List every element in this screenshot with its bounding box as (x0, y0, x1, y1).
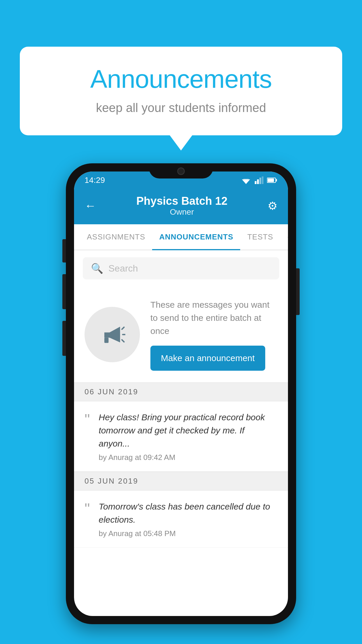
announcement-item-2[interactable]: " Tomorrow's class has been cancelled du… (74, 491, 288, 548)
gear-icon[interactable]: ⚙ (268, 200, 277, 212)
header-title: Physics Batch 12 (96, 195, 268, 207)
tab-more[interactable]: ··· (280, 224, 288, 250)
announcement-content-1: Hey class! Bring your practical record b… (99, 411, 277, 462)
bubble-title: Announcements (43, 64, 319, 94)
date-divider-1: 06 JUN 2019 (74, 382, 288, 401)
announce-description: These are messages you want to send to t… (150, 298, 277, 337)
tabs-bar: ASSIGNMENTS ANNOUNCEMENTS TESTS ··· (74, 224, 288, 250)
phone-notch (149, 163, 213, 178)
phone-button-left2 (62, 274, 66, 309)
speech-bubble-section: Announcements keep all your students inf… (20, 47, 342, 135)
announcement-meta-2: by Anurag at 05:48 PM (99, 529, 277, 538)
announcement-text-2: Tomorrow's class has been cancelled due … (99, 500, 277, 526)
svg-line-9 (122, 327, 124, 329)
search-input[interactable]: Search (108, 263, 138, 274)
svg-rect-5 (262, 176, 263, 184)
phone-button-right (296, 268, 300, 315)
status-icons (241, 176, 277, 184)
megaphone-icon-circle (85, 307, 140, 362)
svg-rect-4 (259, 178, 261, 184)
svg-rect-12 (104, 337, 108, 343)
phone-button-left (62, 239, 66, 262)
search-bar[interactable]: 🔍 Search (83, 257, 279, 279)
signal-icon (255, 176, 263, 184)
announcement-item-1[interactable]: " Hey class! Bring your practical record… (74, 401, 288, 472)
svg-rect-3 (257, 179, 259, 184)
phone-camera (177, 167, 185, 175)
back-button[interactable]: ← (85, 199, 96, 212)
announce-prompt: These are messages you want to send to t… (74, 286, 288, 382)
svg-rect-2 (255, 181, 256, 184)
header-subtitle: Owner (96, 207, 268, 217)
wifi-icon (241, 176, 251, 184)
announcement-content-2: Tomorrow's class has been cancelled due … (99, 500, 277, 538)
svg-rect-8 (268, 178, 274, 182)
tab-assignments[interactable]: ASSIGNMENTS (80, 224, 152, 250)
phone-mockup: 14:29 (66, 163, 296, 624)
date-divider-2: 05 JUN 2019 (74, 472, 288, 491)
phone-screen: 14:29 (74, 172, 288, 616)
search-icon: 🔍 (91, 262, 103, 274)
quote-icon-1: " (85, 412, 90, 427)
phone-button-left3 (62, 321, 66, 356)
battery-icon (267, 177, 277, 183)
app-header: ← Physics Batch 12 Owner ⚙ (74, 189, 288, 224)
svg-rect-7 (276, 179, 277, 181)
bubble-subtitle: keep all your students informed (43, 101, 319, 115)
status-time: 14:29 (85, 176, 105, 185)
header-center: Physics Batch 12 Owner (96, 195, 268, 217)
speech-bubble: Announcements keep all your students inf… (20, 47, 342, 135)
announcement-text-1: Hey class! Bring your practical record b… (99, 411, 277, 450)
announce-right: These are messages you want to send to t… (150, 298, 277, 371)
make-announcement-button[interactable]: Make an announcement (150, 346, 265, 371)
tab-tests[interactable]: TESTS (240, 224, 280, 250)
tab-announcements[interactable]: ANNOUNCEMENTS (152, 224, 240, 250)
phone-outer: 14:29 (66, 163, 296, 624)
announcement-meta-1: by Anurag at 09:42 AM (99, 453, 277, 462)
quote-icon-2: " (85, 501, 90, 516)
svg-line-11 (122, 340, 124, 342)
megaphone-icon (99, 321, 125, 348)
search-container: 🔍 Search (74, 250, 288, 286)
